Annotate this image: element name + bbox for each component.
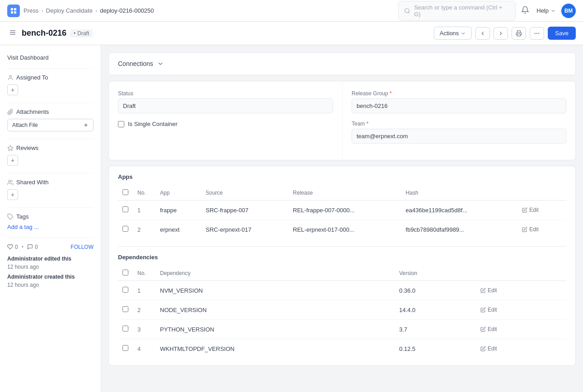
dependencies-table-header: No. Dependency Version <box>118 266 566 281</box>
row-version: 14.4.0 <box>395 300 472 320</box>
row-app: frappe <box>155 201 201 220</box>
edit-icon <box>480 346 486 351</box>
shared-with-label: Shared With <box>16 179 49 186</box>
attachments-label: Attachments <box>16 108 49 115</box>
svg-point-11 <box>537 33 537 33</box>
edit-button[interactable]: Edit <box>518 224 542 234</box>
help-button[interactable]: Help <box>536 7 556 14</box>
divider-5 <box>7 207 94 208</box>
edit-button[interactable]: Edit <box>477 285 501 295</box>
dep-col-cb <box>118 266 133 281</box>
table-row: 3 PYTHON_VERSION 3.7 Edit <box>118 320 566 339</box>
row-no: 2 <box>133 220 155 239</box>
connections-header[interactable]: Connections <box>109 53 575 75</box>
row-dependency: NODE_VERSION <box>155 300 395 320</box>
admin-edited-name: Administrator edited this <box>7 256 71 262</box>
divider-3 <box>7 139 94 139</box>
topnav-actions: Help BM <box>519 4 576 18</box>
row-hash: fb9cb78980dfaf9989... <box>401 220 514 239</box>
row-no: 4 <box>133 339 155 359</box>
svg-point-13 <box>9 75 12 77</box>
edit-button[interactable]: Edit <box>518 205 542 215</box>
comments-count: 0 <box>27 244 38 250</box>
sidebar-toggle-button[interactable] <box>7 27 18 39</box>
edit-button[interactable]: Edit <box>477 344 501 354</box>
status-label: Status <box>118 90 333 97</box>
tag-icon <box>7 214 14 220</box>
divider-4 <box>7 173 94 173</box>
table-row: 1 frappe SRC-frappe-007 REL-frappe-007-0… <box>118 201 566 220</box>
user-icon <box>7 75 14 81</box>
attachments-header[interactable]: Attachments <box>7 108 94 115</box>
apps-card: Apps No. App Source Release Hash <box>108 166 576 366</box>
attach-file-button[interactable]: Attach File <box>7 119 94 131</box>
next-button[interactable] <box>494 27 508 40</box>
admin-created-time: 12 hours ago <box>7 282 94 288</box>
svg-rect-2 <box>11 11 13 14</box>
tags-label: Tags <box>16 213 28 220</box>
add-tag-link[interactable]: Add a tag ... <box>7 224 39 230</box>
edit-button[interactable]: Edit <box>477 305 501 315</box>
add-review-button[interactable]: + <box>7 155 18 166</box>
edit-button[interactable]: Edit <box>477 324 501 334</box>
plus-icon <box>83 122 89 128</box>
search-bar[interactable]: Search or type a command (Ctrl + G) <box>398 1 516 21</box>
breadcrumb-sep-2: › <box>95 7 97 14</box>
save-button[interactable]: Save <box>548 27 576 40</box>
edit-icon <box>480 288 486 293</box>
add-assignee-button[interactable]: + <box>7 84 18 95</box>
dependencies-title: Dependencies <box>118 254 566 261</box>
status-text: Draft <box>77 30 89 37</box>
dependencies-table-body: 1 NVM_VERSION 0.36.0 Edit 2 NODE_VERSION… <box>118 281 566 359</box>
row-checkbox[interactable] <box>122 226 128 232</box>
notifications-button[interactable] <box>519 4 531 17</box>
assigned-to-header[interactable]: Assigned To <box>7 74 94 81</box>
row-checkbox[interactable] <box>122 306 128 312</box>
table-row: 2 erpnext SRC-erpnext-017 REL-erpnext-01… <box>118 220 566 239</box>
status-badge: • Draft <box>70 29 93 37</box>
single-container-checkbox[interactable] <box>118 121 124 127</box>
svg-rect-9 <box>517 34 521 36</box>
comments-number: 0 <box>35 244 38 250</box>
edit-icon <box>480 307 486 313</box>
attach-file-label: Attach File <box>12 122 38 128</box>
breadcrumb-press[interactable]: Press <box>24 7 38 14</box>
dep-col-version: Version <box>395 266 472 281</box>
shared-with-header[interactable]: Shared With <box>7 179 94 186</box>
page-header-left: bench-0216 • Draft <box>7 27 428 39</box>
dependencies-section: Dependencies No. Dependency Version 1 NV… <box>109 247 575 365</box>
actions-button[interactable]: Actions <box>434 27 472 40</box>
reviews-header[interactable]: Reviews <box>7 145 94 151</box>
add-share-button[interactable]: + <box>7 189 18 200</box>
dep-col-dep: Dependency <box>155 266 395 281</box>
help-label: Help <box>536 7 549 14</box>
app-logo[interactable] <box>7 5 20 17</box>
more-options-button[interactable] <box>530 27 544 40</box>
breadcrumb-deploy-candidate[interactable]: Deploy Candidate <box>46 7 93 14</box>
row-checkbox[interactable] <box>122 287 128 293</box>
dep-select-all[interactable] <box>122 270 128 275</box>
connections-title: Connections <box>118 60 153 67</box>
row-checkbox[interactable] <box>122 206 128 212</box>
single-container-label: Is Single Container <box>128 121 178 127</box>
apps-col-hash: Hash <box>401 186 514 201</box>
row-checkbox[interactable] <box>122 345 128 351</box>
likes-count: 0 <box>7 244 18 250</box>
visit-dashboard-link[interactable]: Visit Dashboard <box>7 52 94 63</box>
chevron-left-icon <box>480 30 486 37</box>
prev-button[interactable] <box>475 27 490 40</box>
svg-point-10 <box>535 33 536 33</box>
tags-section: Tags Add a tag ... <box>7 213 94 230</box>
heart-icon <box>7 244 13 250</box>
dependencies-table: No. Dependency Version 1 NVM_VERSION 0.3… <box>118 266 566 358</box>
avatar[interactable]: BM <box>561 4 576 18</box>
print-button[interactable] <box>512 27 526 40</box>
bell-icon <box>521 6 529 14</box>
row-checkbox[interactable] <box>122 326 128 331</box>
apps-select-all[interactable] <box>122 189 128 195</box>
row-version: 0.36.0 <box>395 281 472 300</box>
tags-header[interactable]: Tags <box>7 213 94 220</box>
search-icon <box>404 8 410 14</box>
actions-label: Actions <box>440 30 459 37</box>
follow-button[interactable]: FOLLOW <box>71 244 94 250</box>
